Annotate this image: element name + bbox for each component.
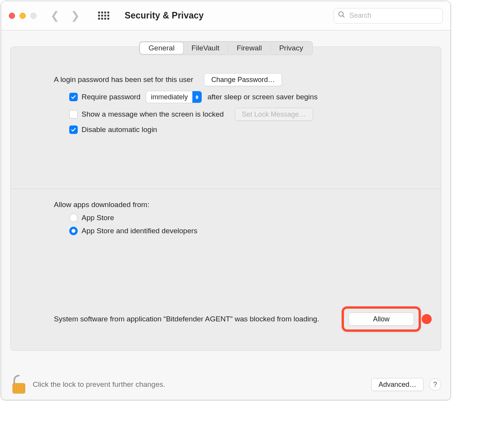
tab-bar: General FileVault Firewall Privacy	[139, 41, 313, 55]
lock-hint-text: Click the lock to prevent further change…	[33, 380, 366, 389]
search-icon	[338, 11, 345, 20]
tab-filevault[interactable]: FileVault	[183, 42, 228, 54]
nav-arrows: ❮ ❯	[50, 10, 80, 21]
allow-apps-appstore-label: App Store	[82, 214, 114, 222]
show-lock-message-label: Show a message when the screen is locked	[82, 110, 224, 119]
search-input[interactable]	[349, 11, 439, 20]
footer: Click the lock to prevent further change…	[1, 369, 451, 400]
updown-arrows-icon	[192, 91, 202, 103]
require-password-checkbox[interactable]	[69, 93, 78, 101]
tab-firewall[interactable]: Firewall	[228, 42, 270, 54]
back-button[interactable]: ❮	[50, 10, 59, 21]
disable-auto-login-checkbox[interactable]	[69, 125, 78, 134]
tab-general[interactable]: General	[140, 42, 183, 54]
forward-button: ❯	[71, 10, 80, 21]
advanced-button[interactable]: Advanced…	[371, 378, 424, 391]
tab-privacy[interactable]: Privacy	[271, 42, 312, 54]
require-password-suffix: after sleep or screen saver begins	[207, 93, 317, 101]
svg-rect-4	[16, 384, 17, 393]
allow-button[interactable]: Allow	[349, 313, 414, 326]
search-field-container[interactable]	[334, 8, 443, 23]
svg-rect-6	[20, 384, 20, 393]
blocked-software-text: System software from application “Bitdef…	[54, 314, 334, 324]
require-password-prefix: Require password	[82, 93, 140, 101]
minimize-window-button[interactable]	[20, 13, 26, 19]
require-password-delay-value: immediately	[146, 93, 192, 101]
lock-unlocked-icon[interactable]	[10, 374, 27, 395]
allow-apps-appstore-radio[interactable]	[69, 214, 78, 222]
preferences-window: ❮ ❯ Security & Privacy General Fil	[1, 1, 451, 400]
section-divider	[11, 189, 441, 189]
window-controls	[9, 13, 37, 19]
content-area: General FileVault Firewall Privacy A log…	[1, 30, 451, 369]
login-password-text: A login password has been set for this u…	[54, 75, 193, 84]
svg-rect-3	[14, 384, 15, 393]
svg-rect-8	[23, 384, 24, 393]
svg-rect-5	[18, 384, 18, 393]
svg-line-1	[343, 16, 344, 17]
disable-auto-login-label: Disable automatic login	[82, 125, 157, 134]
annotation-dot-icon	[422, 314, 432, 324]
change-password-button[interactable]: Change Password…	[204, 73, 282, 86]
require-password-delay-popup[interactable]: immediately	[146, 91, 202, 103]
set-lock-message-button: Set Lock Message…	[235, 108, 313, 121]
allow-apps-heading: Allow apps downloaded from:	[54, 201, 149, 209]
close-window-button[interactable]	[9, 13, 15, 19]
svg-rect-7	[22, 384, 22, 393]
allow-apps-identified-label: App Store and identified developers	[82, 227, 197, 235]
allow-button-highlight: Allow	[342, 306, 421, 332]
blocked-software-row: System software from application “Bitdef…	[54, 306, 421, 332]
general-pane: A login password has been set for this u…	[10, 47, 441, 351]
toolbar: ❮ ❯ Security & Privacy	[1, 1, 451, 30]
page-title: Security & Privacy	[125, 10, 204, 21]
show-all-prefs-icon[interactable]	[98, 12, 109, 20]
allow-apps-identified-radio[interactable]	[69, 227, 78, 235]
show-lock-message-checkbox[interactable]	[69, 110, 78, 119]
help-button[interactable]: ?	[429, 378, 441, 391]
zoom-window-button	[30, 13, 37, 19]
